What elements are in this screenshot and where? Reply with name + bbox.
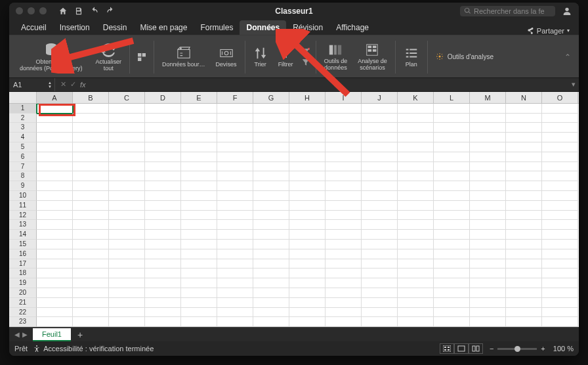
cell[interactable] bbox=[362, 191, 398, 201]
cell[interactable] bbox=[326, 308, 362, 318]
save-icon[interactable] bbox=[74, 7, 83, 16]
cell[interactable] bbox=[145, 268, 181, 278]
row-header[interactable]: 23 bbox=[9, 317, 37, 327]
cell[interactable] bbox=[434, 201, 470, 211]
cell[interactable] bbox=[289, 230, 326, 240]
cell[interactable] bbox=[37, 142, 73, 152]
row-header[interactable]: 3 bbox=[9, 123, 37, 133]
cell[interactable] bbox=[542, 181, 578, 191]
cell[interactable] bbox=[542, 220, 578, 230]
cell[interactable] bbox=[362, 201, 398, 211]
cell[interactable] bbox=[181, 191, 217, 201]
cell[interactable] bbox=[326, 181, 362, 191]
column-header[interactable]: E bbox=[181, 92, 217, 103]
row-header[interactable]: 11 bbox=[9, 201, 37, 211]
cell[interactable] bbox=[434, 278, 470, 288]
column-header[interactable]: M bbox=[470, 92, 506, 103]
cell[interactable] bbox=[326, 211, 362, 221]
cell[interactable] bbox=[362, 259, 398, 269]
cell[interactable] bbox=[362, 123, 398, 133]
cell[interactable] bbox=[253, 162, 289, 172]
cell[interactable] bbox=[470, 230, 506, 240]
cell[interactable] bbox=[181, 298, 217, 308]
cell[interactable] bbox=[37, 104, 73, 114]
cell[interactable] bbox=[109, 123, 145, 133]
cell[interactable] bbox=[434, 142, 470, 152]
cell[interactable] bbox=[398, 142, 434, 152]
collapse-ribbon-icon[interactable]: ⌃ bbox=[564, 37, 576, 77]
cell[interactable] bbox=[109, 240, 145, 249]
row-header[interactable]: 13 bbox=[9, 220, 37, 230]
share-button[interactable]: Partager ▾ bbox=[526, 27, 574, 35]
namebox-spinner[interactable]: ▲▼ bbox=[48, 81, 52, 89]
cell[interactable] bbox=[362, 240, 398, 249]
cell[interactable] bbox=[470, 142, 506, 152]
cell[interactable] bbox=[542, 298, 578, 308]
cell[interactable] bbox=[181, 220, 217, 230]
cell[interactable] bbox=[217, 133, 253, 142]
cell[interactable] bbox=[73, 171, 109, 181]
cell[interactable] bbox=[145, 230, 181, 240]
cell[interactable] bbox=[253, 249, 289, 259]
cell[interactable] bbox=[109, 191, 145, 201]
cell[interactable] bbox=[434, 191, 470, 201]
cell[interactable] bbox=[470, 191, 506, 201]
cell[interactable] bbox=[73, 181, 109, 191]
fx-icon[interactable]: fx bbox=[80, 81, 86, 89]
cell[interactable] bbox=[109, 308, 145, 318]
row-header[interactable]: 20 bbox=[9, 288, 37, 298]
cell[interactable] bbox=[181, 308, 217, 318]
cell[interactable] bbox=[145, 152, 181, 162]
cell[interactable] bbox=[253, 288, 289, 298]
cell[interactable] bbox=[253, 123, 289, 133]
cell[interactable] bbox=[470, 114, 506, 123]
cell[interactable] bbox=[217, 123, 253, 133]
cell[interactable] bbox=[37, 171, 73, 181]
cell[interactable] bbox=[253, 133, 289, 142]
cell[interactable] bbox=[109, 104, 145, 114]
cell[interactable] bbox=[398, 133, 434, 142]
cell[interactable] bbox=[289, 259, 326, 269]
tab-accueil[interactable]: Accueil bbox=[14, 20, 53, 35]
zoom-control[interactable]: − + 100 % bbox=[490, 345, 574, 353]
cell[interactable] bbox=[37, 162, 73, 172]
home-icon[interactable] bbox=[58, 7, 68, 16]
refresh-all-button[interactable]: Actualisertout bbox=[91, 37, 127, 77]
cell[interactable] bbox=[506, 133, 542, 142]
cell[interactable] bbox=[434, 259, 470, 269]
cell[interactable] bbox=[217, 152, 253, 162]
cell[interactable] bbox=[181, 123, 217, 133]
cell[interactable] bbox=[398, 278, 434, 288]
cell[interactable] bbox=[109, 152, 145, 162]
cell[interactable] bbox=[181, 171, 217, 181]
cell[interactable] bbox=[398, 152, 434, 162]
cell[interactable] bbox=[217, 142, 253, 152]
cell[interactable] bbox=[470, 211, 506, 221]
cell[interactable] bbox=[217, 298, 253, 308]
column-header[interactable]: A bbox=[37, 92, 73, 103]
cell[interactable] bbox=[253, 308, 289, 318]
cell[interactable] bbox=[253, 142, 289, 152]
cell[interactable] bbox=[506, 201, 542, 211]
cell[interactable] bbox=[362, 317, 398, 327]
cell[interactable] bbox=[434, 230, 470, 240]
currencies-button[interactable]: Devises bbox=[211, 37, 242, 77]
cell[interactable] bbox=[506, 259, 542, 269]
cell[interactable] bbox=[362, 114, 398, 123]
cell[interactable] bbox=[145, 171, 181, 181]
cell[interactable] bbox=[73, 308, 109, 318]
cell[interactable] bbox=[289, 308, 326, 318]
cell[interactable] bbox=[326, 317, 362, 327]
cell[interactable] bbox=[434, 171, 470, 181]
cell[interactable] bbox=[434, 123, 470, 133]
cancel-formula-icon[interactable]: ✕ bbox=[60, 80, 66, 89]
search-input[interactable]: Rechercher dans la fe bbox=[460, 6, 555, 16]
cell[interactable] bbox=[506, 308, 542, 318]
add-sheet-button[interactable]: + bbox=[71, 330, 89, 340]
cell[interactable] bbox=[398, 201, 434, 211]
cell[interactable] bbox=[398, 259, 434, 269]
cell[interactable] bbox=[37, 317, 73, 327]
cell[interactable] bbox=[506, 211, 542, 221]
cell[interactable] bbox=[542, 171, 578, 181]
cell[interactable] bbox=[326, 220, 362, 230]
